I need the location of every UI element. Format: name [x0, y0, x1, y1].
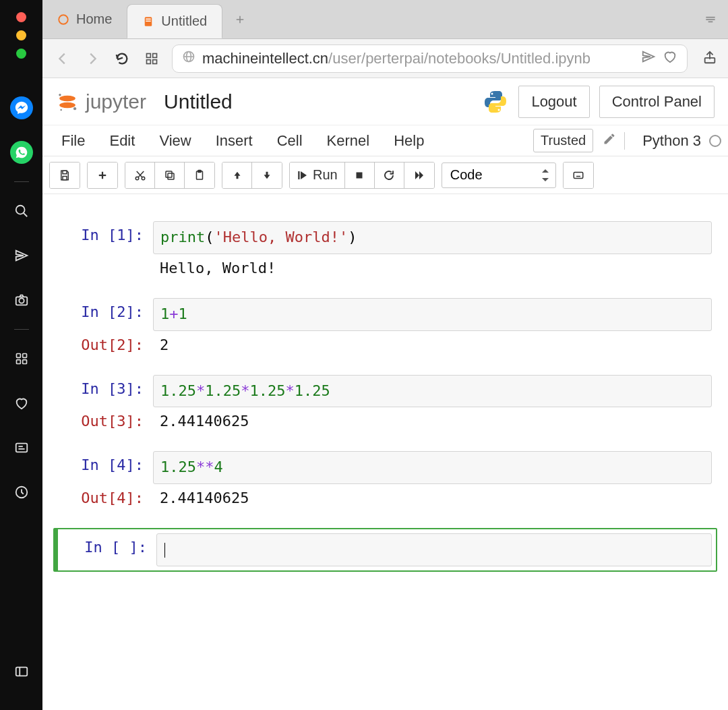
kernel-name[interactable]: Python 3 — [630, 128, 704, 154]
favorite-icon[interactable] — [663, 49, 677, 68]
out-value: 2.44140625 — [153, 407, 712, 435]
window-minimize-icon[interactable] — [16, 30, 26, 40]
grid-apps-icon[interactable] — [10, 347, 33, 370]
menu-help[interactable]: Help — [382, 128, 436, 154]
code-cell[interactable]: In [4]: 1.25**4 Out[4]: 2.44140625 — [53, 451, 717, 528]
code-cell[interactable]: In [2]: 1+1 Out[2]: 2 — [53, 298, 717, 375]
copy-button[interactable] — [155, 162, 185, 188]
menu-edit[interactable]: Edit — [97, 128, 147, 154]
tab-overflow-icon[interactable] — [693, 0, 728, 38]
svg-point-14 — [59, 15, 68, 24]
heart-icon[interactable] — [10, 392, 33, 415]
trusted-badge[interactable]: Trusted — [533, 129, 593, 152]
code-input[interactable] — [156, 533, 712, 566]
sidebar-separator — [14, 329, 29, 330]
window-close-icon[interactable] — [16, 12, 26, 22]
sidebar-toggle-icon[interactable] — [10, 660, 33, 683]
forward-button[interactable] — [83, 49, 102, 68]
svg-rect-47 — [166, 171, 172, 177]
code-cell-active[interactable]: In [ ]: — [53, 528, 717, 572]
tab-label: Untitled — [161, 13, 207, 29]
code-input[interactable]: 1+1 — [153, 298, 712, 331]
svg-line-1 — [23, 213, 27, 217]
stdout-prompt — [59, 254, 153, 265]
add-cell-button[interactable] — [88, 162, 117, 188]
restart-run-all-button[interactable] — [404, 162, 434, 188]
svg-rect-51 — [266, 171, 268, 175]
menu-kernel[interactable]: Kernel — [315, 128, 382, 154]
notebook-area[interactable]: In [1]: print('Hello, World!') Hello, Wo… — [42, 194, 728, 710]
svg-rect-4 — [16, 354, 20, 358]
notebook-title[interactable]: Untitled — [164, 90, 233, 113]
browser-window: Home Untitled — [42, 0, 728, 710]
move-up-button[interactable] — [222, 162, 252, 188]
run-label: Run — [313, 167, 338, 183]
code-cell[interactable]: In [3]: 1.25*1.25*1.25*1.25 Out[3]: 2.44… — [53, 375, 717, 452]
address-field[interactable]: machineintellect.cn/user/perterpai/noteb… — [172, 45, 688, 73]
menu-cell[interactable]: Cell — [265, 128, 315, 154]
code-input[interactable]: 1.25**4 — [153, 451, 712, 484]
out-value: 2.44140625 — [153, 484, 712, 512]
out-prompt: Out[2]: — [59, 331, 153, 359]
send-page-icon[interactable] — [641, 49, 656, 68]
new-tab-button[interactable] — [222, 0, 257, 38]
python-logo-icon — [482, 88, 509, 115]
restart-button[interactable] — [375, 162, 404, 188]
camera-icon[interactable] — [10, 289, 33, 312]
code-cell[interactable]: In [1]: print('Hello, World!') Hello, Wo… — [53, 221, 717, 298]
svg-rect-38 — [63, 171, 67, 174]
move-down-button[interactable] — [252, 162, 282, 188]
history-icon[interactable] — [10, 481, 33, 504]
tab-strip: Home Untitled — [42, 0, 728, 39]
send-icon[interactable] — [10, 244, 33, 267]
window-zoom-icon[interactable] — [16, 49, 26, 59]
jupyter-favicon-icon — [57, 13, 69, 26]
in-prompt: In [4]: — [59, 451, 153, 479]
url-path: /user/perterpai/notebooks/Untitled.ipynb — [328, 50, 590, 67]
command-palette-button[interactable] — [564, 162, 593, 188]
note-icon[interactable] — [10, 436, 33, 459]
celltype-select[interactable]: Code — [442, 162, 556, 188]
svg-point-0 — [16, 206, 24, 214]
code-input[interactable]: print('Hello, World!') — [153, 221, 712, 254]
svg-point-3 — [19, 298, 24, 303]
code-input[interactable]: 1.25*1.25*1.25*1.25 — [153, 375, 712, 408]
paste-button[interactable] — [185, 162, 214, 188]
interrupt-button[interactable] — [345, 162, 375, 188]
menu-file[interactable]: File — [49, 128, 97, 154]
traffic-lights — [16, 12, 26, 59]
messenger-icon[interactable] — [10, 96, 33, 119]
brand-text: jupyter — [86, 90, 146, 113]
in-prompt: In [3]: — [59, 375, 153, 403]
cut-button[interactable] — [125, 162, 155, 188]
in-prompt: In [2]: — [59, 298, 153, 326]
grid-icon[interactable] — [142, 49, 161, 68]
logout-button[interactable]: Logout — [518, 86, 589, 118]
url-text: machineintellect.cn/user/perterpai/noteb… — [202, 50, 634, 67]
reload-button[interactable] — [113, 49, 131, 68]
run-button[interactable]: Run — [290, 162, 345, 188]
edit-icon[interactable] — [600, 132, 619, 150]
svg-rect-8 — [16, 444, 27, 452]
jupyter-logo[interactable]: jupyter — [56, 90, 146, 113]
back-button[interactable] — [53, 49, 72, 68]
control-panel-button[interactable]: Control Panel — [599, 86, 715, 118]
svg-rect-46 — [168, 173, 174, 179]
share-icon[interactable] — [702, 50, 717, 67]
save-button[interactable] — [50, 162, 80, 188]
search-icon[interactable] — [10, 200, 33, 223]
browser-tab-notebook[interactable]: Untitled — [127, 4, 222, 38]
sidebar-separator — [14, 181, 29, 182]
menu-separator — [624, 132, 625, 150]
out-prompt: Out[4]: — [59, 484, 153, 512]
menu-view[interactable]: View — [147, 128, 203, 154]
tab-label: Home — [76, 11, 112, 27]
svg-rect-54 — [574, 172, 583, 178]
svg-rect-50 — [236, 175, 238, 179]
whatsapp-icon[interactable] — [10, 141, 33, 164]
out-prompt: Out[3]: — [59, 407, 153, 435]
menu-insert[interactable]: Insert — [204, 128, 265, 154]
in-prompt: In [1]: — [59, 221, 153, 249]
svg-point-32 — [59, 102, 75, 108]
browser-tab-home[interactable]: Home — [42, 0, 127, 38]
